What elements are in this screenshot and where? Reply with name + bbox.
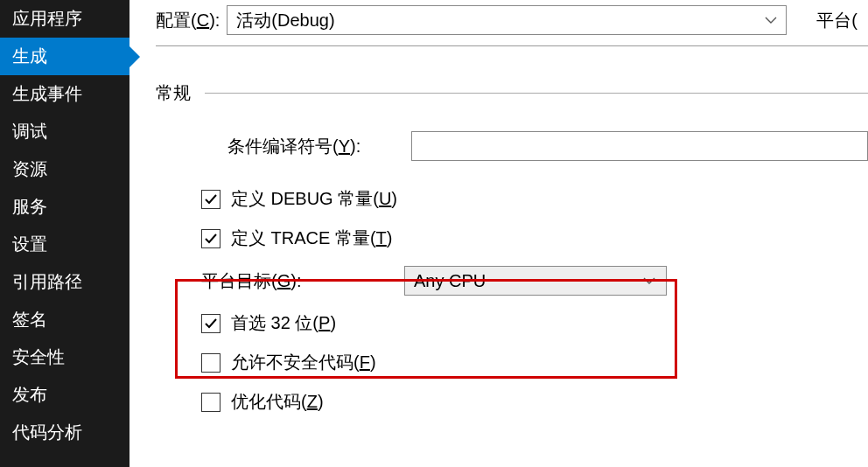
- platform-target-row: 平台目标(G): Any CPU: [156, 266, 868, 296]
- optimize-code-row[interactable]: 优化代码(Z): [156, 390, 868, 414]
- platform-label: 平台(: [816, 9, 858, 32]
- prefer-32bit-label: 首选 32 位(P): [231, 311, 336, 335]
- sidebar-item-application[interactable]: 应用程序: [0, 0, 130, 38]
- sidebar-item-label: 生成: [12, 46, 47, 66]
- sidebar-item-label: 调试: [12, 122, 47, 141]
- conditional-symbols-input[interactable]: [411, 131, 868, 161]
- chevron-down-icon: [643, 276, 655, 285]
- sidebar-item-reference-paths[interactable]: 引用路径: [0, 263, 130, 301]
- allow-unsafe-label: 允许不安全代码(F): [231, 351, 376, 374]
- define-debug-checkbox[interactable]: [201, 190, 220, 209]
- configuration-select[interactable]: 活动(Debug): [227, 5, 787, 35]
- platform-target-select[interactable]: Any CPU: [404, 266, 667, 296]
- sidebar-item-services[interactable]: 服务: [0, 188, 130, 226]
- sidebar-item-label: 引用路径: [12, 272, 82, 291]
- section-divider: [205, 93, 868, 94]
- sidebar-item-label: 资源: [12, 159, 47, 178]
- sidebar-item-build-events[interactable]: 生成事件: [0, 75, 130, 113]
- section-header: 常规: [156, 81, 868, 105]
- sidebar-item-label: 生成事件: [12, 84, 82, 103]
- allow-unsafe-row[interactable]: 允许不安全代码(F): [156, 351, 868, 374]
- configuration-value: 活动(Debug): [236, 9, 334, 32]
- sidebar-item-resources[interactable]: 资源: [0, 150, 130, 188]
- main-panel: 配置(C): 活动(Debug) 平台( 常规 条件编译符号(Y): 定义: [130, 0, 868, 467]
- optimize-code-label: 优化代码(Z): [231, 390, 324, 414]
- sidebar: 应用程序 生成 生成事件 调试 资源 服务 设置 引用路径 签名 安全性 发布 …: [0, 0, 130, 467]
- allow-unsafe-checkbox[interactable]: [201, 353, 220, 373]
- sidebar-item-settings[interactable]: 设置: [0, 226, 130, 263]
- conditional-symbols-row: 条件编译符号(Y):: [156, 131, 868, 161]
- define-trace-checkbox[interactable]: [201, 229, 220, 248]
- sidebar-item-label: 设置: [12, 234, 47, 254]
- sidebar-item-label: 签名: [12, 310, 47, 329]
- platform-target-label: 平台目标(G):: [201, 269, 404, 293]
- sidebar-item-label: 发布: [12, 385, 47, 404]
- sidebar-item-debug[interactable]: 调试: [0, 113, 130, 150]
- sidebar-item-label: 服务: [12, 197, 47, 216]
- sidebar-item-label: 代码分析: [12, 422, 82, 442]
- sidebar-item-label: 安全性: [12, 347, 65, 366]
- prefer-32bit-row[interactable]: 首选 32 位(P): [156, 311, 868, 335]
- sidebar-item-security[interactable]: 安全性: [0, 338, 130, 376]
- chevron-down-icon: [765, 16, 777, 24]
- configuration-label: 配置(C):: [156, 9, 220, 32]
- general-section: 常规 条件编译符号(Y): 定义 DEBUG 常量(U) 定义 TRACE 常量…: [156, 81, 868, 414]
- platform-target-value: Any CPU: [414, 271, 486, 291]
- prefer-32bit-checkbox[interactable]: [201, 314, 220, 333]
- section-title: 常规: [156, 81, 191, 105]
- sidebar-item-code-analysis[interactable]: 代码分析: [0, 414, 130, 451]
- define-debug-label: 定义 DEBUG 常量(U): [231, 187, 397, 211]
- define-trace-label: 定义 TRACE 常量(T): [231, 227, 392, 250]
- top-config-row: 配置(C): 活动(Debug) 平台(: [156, 0, 868, 46]
- sidebar-item-build[interactable]: 生成: [0, 38, 130, 75]
- define-trace-row[interactable]: 定义 TRACE 常量(T): [156, 227, 868, 250]
- sidebar-item-signing[interactable]: 签名: [0, 301, 130, 338]
- define-debug-row[interactable]: 定义 DEBUG 常量(U): [156, 187, 868, 211]
- conditional-symbols-label: 条件编译符号(Y):: [228, 135, 411, 158]
- optimize-code-checkbox[interactable]: [201, 393, 220, 412]
- sidebar-item-publish[interactable]: 发布: [0, 376, 130, 414]
- sidebar-item-label: 应用程序: [12, 9, 82, 28]
